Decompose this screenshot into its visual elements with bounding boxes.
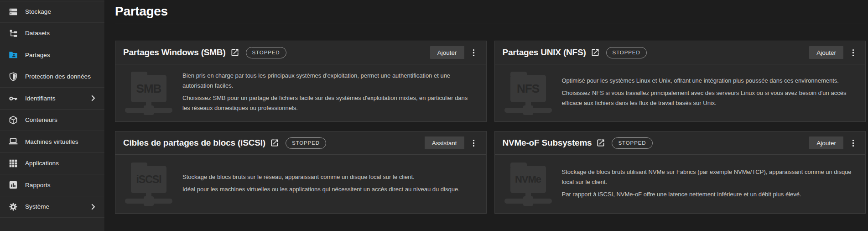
sidebar-item-conteneurs[interactable]: Conteneurs [0, 110, 104, 131]
share-icon-label: SMB [136, 83, 161, 94]
share-card-smb: Partages Windows (SMB) STOPPED Ajouter S… [115, 41, 487, 122]
sidebar-item-label: Partages [25, 52, 50, 58]
storage-icon [8, 6, 19, 17]
external-link-icon[interactable] [596, 138, 605, 147]
sidebar-item-systeme[interactable]: Système [0, 196, 104, 218]
sidebar-nav: Stockage Datasets Partages Protection de… [0, 0, 105, 231]
status-badge: STOPPED [606, 47, 647, 58]
sidebar-item-label: Machines virtuelles [25, 138, 78, 145]
status-badge: STOPPED [286, 137, 326, 149]
chevron-right-icon [89, 203, 97, 211]
description-paragraph: Choisissez SMB pour un partage de fichie… [182, 93, 475, 113]
share-card-nvme-of: NVMe-oF Subsystems STOPPED Ajouter NVMe [494, 131, 866, 214]
kebab-icon [848, 48, 858, 58]
card-title: Partages UNIX (NFS) [503, 47, 586, 58]
status-badge: STOPPED [246, 47, 286, 58]
iscsi-share-ghost-icon: iSCSI [125, 163, 172, 204]
sidebar-item-rapports[interactable]: Rapports [0, 174, 104, 196]
nvme-share-ghost-icon: NVMe [504, 163, 552, 204]
share-card-nfs: Partages UNIX (NFS) STOPPED Ajouter NFS [494, 41, 866, 122]
sidebar-item-label: Applications [25, 160, 59, 167]
sidebar-item-machines-virtuelles[interactable]: Machines virtuelles [0, 131, 104, 153]
sidebar-item-label: Identifiants [25, 95, 56, 102]
chevron-right-icon [89, 94, 97, 102]
share-card-iscsi: Cibles de partages de blocs (iSCSI) STOP… [115, 131, 487, 214]
app-window: Stockage Datasets Partages Protection de… [0, 0, 868, 231]
kebab-icon [469, 48, 478, 58]
description-paragraph: Idéal pour les machines virtuelles ou le… [182, 184, 475, 194]
cube-icon [8, 115, 19, 126]
add-button[interactable]: Ajouter [430, 46, 464, 59]
description-paragraph: Optimisé pour les systèmes Linux et Unix… [562, 76, 855, 86]
kebab-menu-button[interactable] [468, 46, 480, 59]
main-content: Partages Partages Windows (SMB) STOPPED … [105, 0, 868, 231]
card-title: Cibles de partages de blocs (iSCSI) [123, 138, 265, 148]
description-paragraph: Par rapport à iSCSI, NVMe-oF offre une l… [562, 189, 855, 200]
kebab-icon [848, 138, 858, 148]
sidebar-item-label: Système [25, 203, 49, 210]
status-badge: STOPPED [612, 137, 652, 149]
description-paragraph: Choisissez NFS si vous travaillez princi… [562, 88, 855, 108]
card-description: Stockage de blocs bruts utilisant NVMe s… [562, 165, 855, 202]
apps-grid-icon [8, 158, 19, 169]
page-title: Partages [115, 4, 168, 19]
card-title: Partages Windows (SMB) [123, 47, 226, 58]
kebab-icon [469, 138, 478, 148]
smb-share-ghost-icon: SMB [125, 72, 172, 113]
sidebar-item-protection-des-donnees[interactable]: Protection des données [0, 66, 104, 88]
nfs-share-ghost-icon: NFS [504, 72, 552, 113]
sidebar-item-partages[interactable]: Partages [0, 44, 104, 66]
description-paragraph: Stockage de blocs bruts sur le réseau, a… [182, 172, 475, 182]
card-title: NVMe-oF Subsystems [503, 138, 592, 148]
add-button[interactable]: Ajouter [809, 46, 843, 59]
shield-icon [8, 71, 19, 82]
kebab-menu-button[interactable] [847, 136, 859, 149]
card-body: SMB Bien pris en charge par tous les pri… [115, 64, 486, 121]
sidebar-item-label: Rapports [25, 182, 51, 189]
laptop-icon [8, 136, 19, 147]
card-header: NVMe-oF Subsystems STOPPED Ajouter [495, 131, 866, 155]
card-body: NVMe Stockage de blocs bruts utilisant N… [495, 155, 866, 213]
card-header: Cibles de partages de blocs (iSCSI) STOP… [115, 131, 486, 155]
sidebar-item-identifiants[interactable]: Identifiants [0, 88, 104, 110]
external-link-icon[interactable] [591, 48, 600, 57]
card-description: Optimisé pour les systèmes Linux et Unix… [562, 74, 855, 110]
page-header: Partages [115, 0, 866, 23]
sidebar-item-label: Stockage [25, 8, 51, 15]
share-cards-grid: Partages Windows (SMB) STOPPED Ajouter S… [115, 41, 866, 214]
card-header: Partages Windows (SMB) STOPPED Ajouter [115, 41, 486, 64]
card-header: Partages UNIX (NFS) STOPPED Ajouter [495, 41, 866, 64]
card-body: NFS Optimisé pour les systèmes Linux et … [495, 64, 866, 121]
kebab-menu-button[interactable] [847, 46, 859, 59]
datasets-icon [8, 28, 19, 39]
kebab-menu-button[interactable] [468, 136, 480, 149]
wizard-button[interactable]: Assistant [425, 136, 464, 149]
share-icon-label: NFS [517, 83, 539, 94]
description-paragraph: Bien pris en charge par tous les princip… [182, 71, 475, 91]
key-icon [8, 93, 19, 104]
add-button[interactable]: Ajouter [809, 136, 843, 149]
gear-icon [8, 201, 19, 212]
share-icon-label: NVMe [515, 174, 541, 184]
sidebar-item-applications[interactable]: Applications [0, 153, 104, 175]
card-description: Stockage de blocs bruts sur le réseau, a… [182, 170, 475, 197]
card-description: Bien pris en charge par tous les princip… [182, 68, 475, 116]
sidebar-item-label: Datasets [25, 30, 50, 37]
external-link-icon[interactable] [230, 48, 239, 57]
bar-chart-icon [8, 179, 19, 190]
description-paragraph: Stockage de blocs bruts utilisant NVMe s… [562, 167, 855, 187]
sidebar-item-label: Protection des données [25, 73, 91, 80]
card-body: iSCSI Stockage de blocs bruts sur le rés… [115, 155, 486, 213]
sidebar-item-stockage[interactable]: Stockage [0, 1, 104, 23]
sidebar-item-datasets[interactable]: Datasets [0, 23, 104, 45]
share-icon-label: iSCSI [136, 174, 161, 185]
external-link-icon[interactable] [270, 138, 279, 147]
sidebar-item-label: Conteneurs [25, 116, 57, 123]
shares-folder-icon [8, 49, 19, 60]
